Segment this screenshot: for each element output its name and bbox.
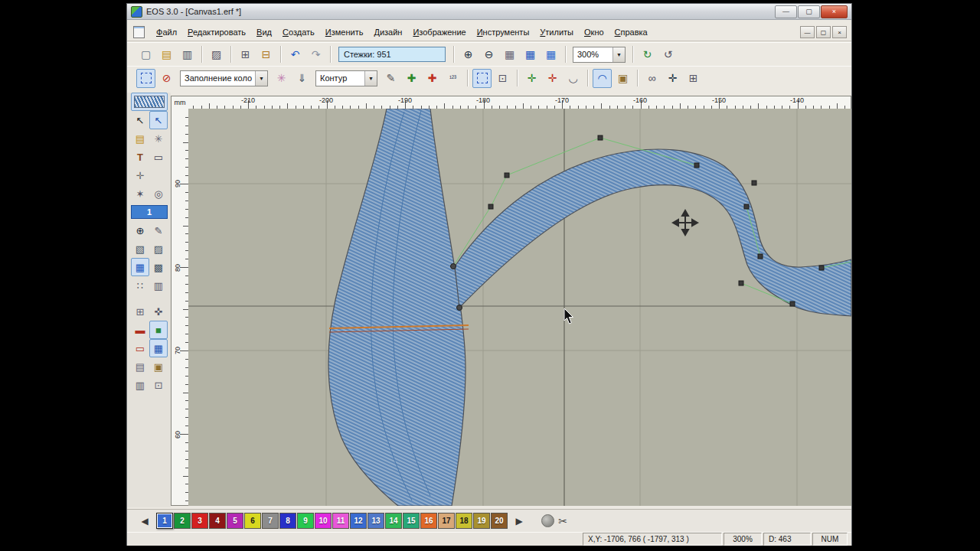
color-swatch-17[interactable]: 17 (438, 513, 455, 529)
refresh-button[interactable]: ↻ (638, 45, 657, 64)
text-tool[interactable]: T (131, 148, 149, 166)
undo-button[interactable]: ↶ (286, 45, 305, 64)
chevron-down-icon[interactable]: ▼ (612, 47, 625, 62)
grid-toggle-button[interactable]: ▦ (500, 45, 519, 64)
maximize-button[interactable]: ▢ (798, 5, 820, 18)
color-swatch-11[interactable]: 11 (332, 513, 349, 529)
mdi-restore-button[interactable]: ▢ (816, 26, 831, 38)
zoom-out-button[interactable]: ⊖ (479, 45, 498, 64)
mesh-tool[interactable]: ▦ (149, 339, 168, 357)
copy-button[interactable]: ⊞ (236, 45, 255, 64)
close-button[interactable]: × (821, 5, 848, 18)
thread-spool-icon[interactable] (541, 514, 554, 527)
pencil-tool[interactable]: ✎ (149, 221, 168, 240)
object-select-button[interactable]: ⊡ (493, 69, 512, 88)
menu-item-Редактировать[interactable]: Редактировать (182, 25, 251, 39)
satin-fill-tool[interactable]: ▦ (131, 258, 149, 276)
grid-tool[interactable]: ⊞ (131, 302, 149, 321)
color-swatch-19[interactable]: 19 (473, 513, 490, 529)
color-swatch-10[interactable]: 10 (315, 513, 332, 529)
marquee-select-button[interactable] (136, 69, 155, 88)
chevron-down-icon[interactable]: ▼ (364, 71, 377, 86)
leaf-stitch-object[interactable] (328, 109, 469, 506)
paste-button[interactable]: ⊟ (256, 45, 276, 64)
save-file-button[interactable]: ▥ (178, 45, 197, 64)
menu-item-Изображение[interactable]: Изображение (407, 25, 471, 39)
image-button[interactable]: ▣ (613, 69, 632, 88)
delete-element-button[interactable]: ✚ (423, 69, 442, 88)
apply-down-button[interactable]: ⇓ (292, 69, 312, 88)
scissors-icon[interactable]: ✂ (556, 514, 570, 529)
menu-item-Окно[interactable]: Окно (579, 25, 609, 39)
mdi-minimize-button[interactable]: — (800, 26, 815, 38)
menu-item-Файл[interactable]: Файл (151, 25, 182, 39)
ribbon-stitch-object[interactable] (453, 138, 851, 316)
shape-tool[interactable]: ▭ (149, 148, 168, 166)
color-swatch-2[interactable]: 2 (174, 513, 191, 529)
fill-pattern-tool[interactable]: ▧ (131, 240, 149, 258)
design-table-button[interactable]: ▦ (541, 45, 560, 64)
zoom-combo[interactable]: 300% ▼ (573, 47, 626, 63)
color-swatch-8[interactable]: 8 (279, 513, 296, 529)
menu-item-Дизайн[interactable]: Дизайн (368, 25, 407, 39)
color-swatch-5[interactable]: 5 (227, 513, 243, 529)
remove-node-button[interactable]: ✛ (543, 69, 562, 88)
symbol-tool[interactable]: ✳ (149, 129, 168, 148)
color-swatch-1[interactable]: 1 (156, 513, 173, 529)
step-fill-tool[interactable]: ▩ (149, 258, 168, 276)
zoom-in-button[interactable]: ⊕ (459, 45, 478, 64)
fill-type-combo[interactable]: Заполнение коло ▼ (180, 70, 268, 86)
new-file-button[interactable]: ▢ (136, 45, 155, 64)
transform-button[interactable]: ✛ (663, 69, 682, 88)
snap-grid-button[interactable]: ⊞ (684, 69, 703, 88)
color-swatch-3[interactable]: 3 (191, 513, 208, 529)
disable-stitch-button[interactable]: ⊘ (157, 69, 176, 88)
block-tool[interactable]: ■ (149, 321, 168, 339)
palette-prev-button[interactable]: ◀ (138, 514, 152, 529)
sequence-view-tool[interactable]: ▤ (131, 129, 149, 148)
palette-next-button[interactable]: ▶ (512, 514, 526, 529)
wand-tool[interactable]: ✛ (131, 166, 149, 184)
color-indicator[interactable]: 1 (131, 205, 168, 219)
color-swatch-14[interactable]: 14 (385, 513, 402, 529)
menu-item-Утилиты[interactable]: Утилиты (534, 25, 579, 39)
wrench-tool[interactable]: ✶ (131, 184, 149, 203)
redo-button[interactable]: ↷ (306, 45, 325, 64)
color-swatch-16[interactable]: 16 (420, 513, 437, 529)
color-swatch-13[interactable]: 13 (368, 513, 384, 529)
stamp-tool[interactable]: ▥ (131, 376, 149, 394)
pointer-tool[interactable]: ↖ (131, 111, 149, 129)
arc-node-button[interactable]: ◡ (564, 69, 583, 88)
eraser-tool[interactable]: ▬ (131, 321, 149, 339)
knife-button[interactable]: ✎ (381, 69, 400, 88)
color-swatch-15[interactable]: 15 (403, 513, 420, 529)
frame-tool[interactable]: ▭ (131, 339, 149, 357)
color-swatch-4[interactable]: 4 (209, 513, 226, 529)
design-canvas[interactable] (188, 109, 851, 506)
color-swatch-12[interactable]: 12 (350, 513, 367, 529)
menu-item-Изменить[interactable]: Изменить (320, 25, 369, 39)
menu-item-Инструменты[interactable]: Инструменты (472, 25, 535, 39)
flower-pattern-button[interactable]: ✳ (272, 69, 291, 88)
outline-type-combo[interactable]: Контур ▼ (315, 70, 377, 86)
add-element-button[interactable]: ✚ (402, 69, 421, 88)
color-swatch-18[interactable]: 18 (456, 513, 472, 529)
fill-pattern-alt-tool[interactable]: ▨ (149, 240, 168, 258)
film-strip-tool[interactable]: ▥ (149, 276, 168, 295)
numbering-button[interactable]: ¹²³ (443, 69, 462, 88)
stitch-view-tool[interactable] (131, 93, 168, 111)
node-edit-tool[interactable]: ↖ (149, 111, 168, 129)
titlebar[interactable]: EOS 3.0 - [Canvas1.erf *] — ▢ × (127, 4, 851, 20)
insert-node-button[interactable]: ✛ (522, 69, 541, 88)
zoom-tool[interactable]: ⊕ (131, 221, 149, 240)
link-button[interactable]: ∞ (642, 69, 662, 88)
stitch-counter-field[interactable]: Стежки: 951 (338, 47, 446, 62)
menu-item-Справка[interactable]: Справка (609, 25, 653, 39)
menu-item-Вид[interactable]: Вид (251, 25, 277, 39)
chevron-down-icon[interactable]: ▼ (255, 71, 267, 86)
color-swatch-20[interactable]: 20 (491, 513, 508, 529)
camera-tool[interactable]: ⊡ (149, 376, 168, 394)
curve-mode-button[interactable]: ◠ (593, 69, 612, 88)
card-tool[interactable]: ▣ (149, 357, 168, 376)
document-icon[interactable] (133, 26, 145, 38)
